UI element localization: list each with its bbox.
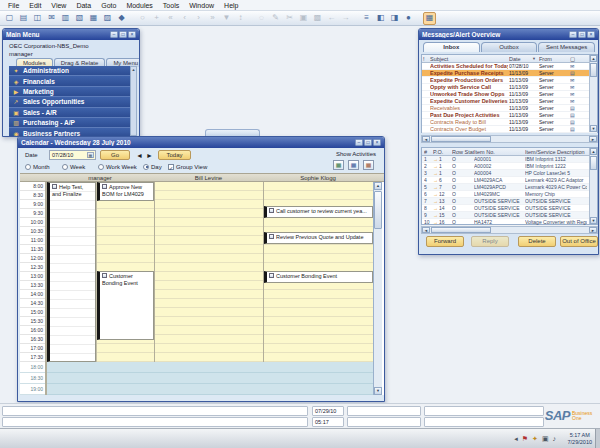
close-icon[interactable]: × bbox=[587, 31, 595, 38]
link-arrow-icon[interactable]: → bbox=[433, 170, 438, 176]
toolbar-icon[interactable]: ◫ bbox=[31, 12, 44, 25]
toolbar-icon[interactable]: ≡ bbox=[360, 12, 373, 25]
next-day-icon[interactable]: ► bbox=[146, 151, 153, 160]
po-cell[interactable]: →6 bbox=[433, 177, 449, 184]
scroll-right-icon[interactable]: ► bbox=[589, 227, 597, 233]
link-arrow-icon[interactable]: → bbox=[433, 212, 438, 218]
alert-row[interactable]: Unworked Trade Show Opps 11/13/09 Server… bbox=[422, 91, 597, 98]
detail-row[interactable]: 8 →14 O OUTSIDE SERVICE OUTSIDE SERVICE bbox=[422, 205, 597, 212]
toolbar-icon[interactable]: ● bbox=[402, 12, 415, 25]
date-input[interactable]: 07/28/10 ▦ bbox=[49, 150, 96, 160]
calendar-titlebar[interactable]: Calendar - Wednesday 28 July 2010 – □ × bbox=[18, 137, 384, 148]
toolbar-icon[interactable]: ○ bbox=[136, 12, 149, 25]
alert-row[interactable]: Contracts Over Budget 11/13/09 Server ▤ bbox=[422, 126, 597, 133]
alert-row[interactable]: Activities Scheduled for Today 07/28/10 … bbox=[422, 63, 597, 70]
scroll-up-icon[interactable]: ▲ bbox=[374, 182, 382, 190]
po-cell[interactable]: →14 bbox=[433, 205, 449, 212]
event-bonding-manager[interactable]: Customer Bonding Event bbox=[97, 271, 154, 340]
menu-item[interactable]: Help bbox=[219, 2, 243, 9]
alert-row[interactable]: Expedite Purchase Receipts 11/13/09 Serv… bbox=[422, 70, 597, 77]
go-button[interactable]: Go bbox=[100, 150, 130, 160]
module-item[interactable]: ↗ Sales Opportunities bbox=[9, 97, 132, 107]
toolbar-icon[interactable]: ← bbox=[325, 12, 338, 25]
scrollbar-thumb[interactable] bbox=[431, 136, 491, 142]
scroll-right-icon[interactable]: ► bbox=[589, 136, 597, 142]
scroll-down-icon[interactable]: ▼ bbox=[374, 387, 382, 395]
toolbar-icon[interactable]: ▣ bbox=[297, 12, 310, 25]
module-item[interactable]: ◈ Financials bbox=[9, 76, 132, 86]
detail-row[interactable]: 2 →1 O A00002 IBM Infoprint 1222 bbox=[422, 163, 597, 170]
out-of-office-button[interactable]: Out of Office bbox=[560, 236, 598, 247]
po-cell[interactable]: →15 bbox=[433, 212, 449, 219]
menu-item[interactable]: Modules bbox=[121, 2, 157, 9]
close-icon[interactable]: × bbox=[128, 31, 136, 38]
detail-row[interactable]: 6 →12 O LM4029MC Memory Chip bbox=[422, 191, 597, 198]
reply-button[interactable]: Reply bbox=[471, 236, 509, 247]
messages-tab[interactable]: Inbox bbox=[423, 42, 480, 52]
menu-item[interactable]: File bbox=[3, 2, 24, 9]
view-radio-month[interactable]: Month bbox=[25, 162, 50, 171]
link-arrow-icon[interactable]: → bbox=[433, 177, 438, 183]
detail-row[interactable]: 4 →6 O LM4029ACA Lexmark 4029 AC Adaptor bbox=[422, 177, 597, 184]
minimize-icon[interactable]: – bbox=[110, 31, 118, 38]
menu-item[interactable]: Window bbox=[184, 2, 219, 9]
detail-horizontal-scrollbar[interactable]: ◄ ► bbox=[421, 226, 598, 234]
link-arrow-icon[interactable]: → bbox=[433, 198, 438, 204]
hidden-icons-chevron-icon[interactable]: ◂ bbox=[514, 434, 518, 443]
event-help-test[interactable]: Help Test, and Finalize bbox=[47, 182, 96, 362]
link-arrow-icon[interactable]: → bbox=[433, 219, 438, 225]
scrollbar-thumb[interactable] bbox=[431, 227, 491, 233]
po-cell[interactable]: →1 bbox=[433, 156, 449, 163]
calendar-picker-icon[interactable]: ▦ bbox=[87, 152, 94, 158]
view-radio-work-week[interactable]: Work Week bbox=[98, 162, 137, 171]
header-row-number[interactable]: # bbox=[424, 148, 433, 156]
menu-item[interactable]: Data bbox=[71, 2, 96, 9]
link-arrow-icon[interactable]: → bbox=[433, 163, 438, 169]
alert-row[interactable]: Expedite Customer Deliveries 11/13/09 Se… bbox=[422, 98, 597, 105]
header-po[interactable]: P.O. bbox=[433, 148, 451, 156]
toolbar-icon[interactable]: ▨ bbox=[101, 12, 114, 25]
scrollbar-thumb[interactable] bbox=[590, 63, 597, 77]
toolbar-icon[interactable]: + bbox=[150, 12, 163, 25]
toolbar-icon[interactable]: ▦ bbox=[87, 12, 100, 25]
minimize-icon[interactable]: – bbox=[355, 139, 363, 146]
toolbar-icon[interactable]: ◨ bbox=[388, 12, 401, 25]
module-item[interactable]: ✦ Administration bbox=[9, 66, 132, 76]
toolbar-icon[interactable]: ▥ bbox=[59, 12, 72, 25]
volume-icon[interactable]: ♪ bbox=[553, 434, 557, 443]
toolbar-icon[interactable]: » bbox=[206, 12, 219, 25]
link-arrow-icon[interactable]: → bbox=[433, 156, 438, 162]
toolbar-icon[interactable]: → bbox=[339, 12, 352, 25]
scroll-down-icon[interactable]: ▼ bbox=[590, 217, 597, 224]
module-item[interactable]: ▥ Purchasing - A/P bbox=[9, 118, 132, 128]
close-icon[interactable]: × bbox=[373, 139, 381, 146]
toolbar-icon[interactable]: ▢ bbox=[3, 12, 16, 25]
calendar-vertical-scrollbar[interactable]: ▲ ▼ bbox=[373, 182, 382, 395]
maximize-icon[interactable]: □ bbox=[119, 31, 127, 38]
scroll-up-icon[interactable]: ▲ bbox=[590, 148, 597, 155]
module-item[interactable]: ▶ Marketing bbox=[9, 87, 132, 97]
link-arrow-icon[interactable]: → bbox=[433, 191, 438, 197]
detail-row[interactable]: 5 →7 O LM4029APCD Lexmark 4029 AC Power … bbox=[422, 184, 597, 191]
forward-button[interactable]: Forward bbox=[426, 236, 464, 247]
bill-levine-column[interactable] bbox=[154, 182, 263, 362]
toolbar-icon[interactable]: « bbox=[164, 12, 177, 25]
minimize-icon[interactable]: – bbox=[569, 31, 577, 38]
event-approve-bom[interactable]: Approve New BOM for LM4029 bbox=[97, 182, 154, 201]
detail-row[interactable]: 1 →1 O A00001 IBM Infoprint 1312 bbox=[422, 156, 597, 163]
today-button[interactable]: Today bbox=[158, 150, 191, 160]
header-row-status[interactable]: Row Status bbox=[452, 148, 474, 156]
link-arrow-icon[interactable]: → bbox=[433, 184, 438, 190]
delete-button[interactable]: Delete bbox=[518, 236, 556, 247]
messages-tab[interactable]: Outbox bbox=[481, 42, 538, 52]
menu-item[interactable]: Goto bbox=[96, 2, 121, 9]
group-view-checkbox[interactable]: ✓Group View bbox=[168, 162, 207, 171]
detail-vertical-scrollbar[interactable]: ▲ ▼ bbox=[589, 148, 597, 224]
maximize-icon[interactable]: □ bbox=[578, 31, 586, 38]
view-radio-day[interactable]: Day bbox=[143, 162, 162, 171]
security-shield-icon[interactable]: ✦ bbox=[532, 434, 538, 443]
event-review-quote[interactable]: Review Previous Quote and Update bbox=[264, 232, 373, 244]
header-from[interactable]: From bbox=[539, 55, 567, 63]
main-menu-titlebar[interactable]: Main Menu – □ × bbox=[3, 29, 139, 40]
toolbar-icon[interactable]: ↕ bbox=[234, 12, 247, 25]
